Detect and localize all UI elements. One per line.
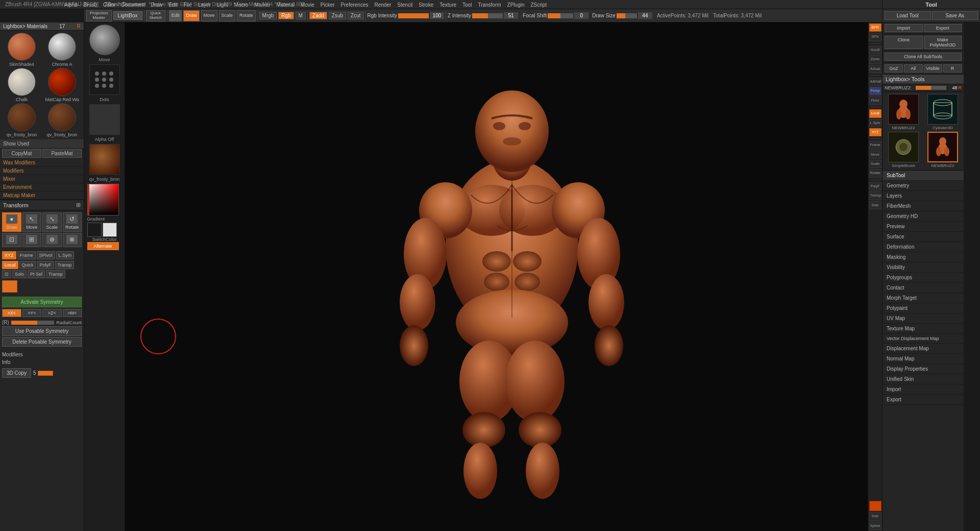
displacement-map-item[interactable]: Displacement Map xyxy=(883,344,964,354)
edit-button[interactable]: Edit xyxy=(169,10,182,21)
xyz-btn[interactable]: XYZ xyxy=(2,251,16,259)
masking-item[interactable]: Masking xyxy=(883,252,964,262)
menu-zscript[interactable]: ZScript xyxy=(528,2,550,8)
display-properties-item[interactable]: Display Properties xyxy=(883,364,964,374)
newbrush-thumb-1[interactable]: NEWBRUZ2 xyxy=(885,94,922,130)
persp-button[interactable]: Persp xyxy=(869,87,881,95)
mat-item-brown2[interactable]: qv_frosty_bron xyxy=(42,103,82,137)
lightbox-r-btn[interactable]: R xyxy=(77,23,81,29)
scale-button[interactable]: Scale xyxy=(219,10,236,21)
menu-render[interactable]: Render xyxy=(372,2,395,8)
export-button[interactable]: Export xyxy=(924,24,962,32)
solo-vp-button[interactable]: Solo xyxy=(869,201,881,209)
r-button[interactable]: R xyxy=(943,64,962,73)
load-tool-button[interactable]: Load Tool xyxy=(885,11,931,20)
main-viewport[interactable] xyxy=(125,22,898,531)
simplebrush-thumb[interactable]: SimpleBrush xyxy=(885,132,922,168)
menu-brush[interactable]: Brush xyxy=(81,2,100,8)
subtool-item[interactable]: SubTool xyxy=(883,171,964,181)
newbrush-r[interactable]: R xyxy=(959,85,962,90)
copy-button[interactable]: 3D Copy xyxy=(2,368,31,378)
vector-displacement-item[interactable]: Vector Displacement Map xyxy=(883,334,964,344)
frame-btn[interactable]: ⊞ xyxy=(22,233,42,247)
scale-vp-button[interactable]: Scale xyxy=(869,160,881,168)
all-button[interactable]: All xyxy=(904,64,922,73)
deformation-item[interactable]: Deformation xyxy=(883,242,964,252)
info-btn[interactable]: Info xyxy=(2,358,82,366)
m-button[interactable]: M xyxy=(296,12,306,19)
morph-target-item[interactable]: Morph Target xyxy=(883,293,964,303)
rotate-vp-button[interactable]: Rotate xyxy=(869,169,881,177)
contact-item[interactable]: Contact xyxy=(883,283,964,293)
draw-button[interactable]: Draw xyxy=(183,10,199,21)
projection-master-button[interactable]: Projection Master xyxy=(86,10,112,21)
draw-tool-btn[interactable]: ● Draw xyxy=(2,212,21,232)
mat-item-red[interactable]: MatCap Red Wa xyxy=(42,68,82,102)
mat-item-skin[interactable]: SkinShade4 xyxy=(2,33,41,67)
polypaint-item[interactable]: Polypaint xyxy=(883,303,964,313)
goz-button[interactable]: GoZ xyxy=(885,64,903,73)
cylinder3d-thumb[interactable]: Cylinder3D xyxy=(924,94,962,130)
menu-draw[interactable]: Draw xyxy=(148,2,165,8)
mat-item-chrome[interactable]: Chrome A xyxy=(42,33,82,67)
scroll-button[interactable]: Scroll xyxy=(869,46,881,54)
newbrush-slider[interactable] xyxy=(916,86,946,90)
preview-item[interactable]: Preview xyxy=(883,222,964,232)
brush-texture-preview[interactable] xyxy=(89,144,120,175)
wax-modifiers-section[interactable]: Wax Modifiers xyxy=(0,159,84,167)
layers-item[interactable]: Layers xyxy=(883,191,964,201)
mat-item-brown1[interactable]: qv_frosty_bron xyxy=(2,103,41,137)
menu-tool[interactable]: Tool xyxy=(459,2,475,8)
transform-expand-icon[interactable]: ⊞ xyxy=(76,202,81,208)
m-axis-btn[interactable]: >M< xyxy=(63,309,82,317)
rotate-tool-btn[interactable]: ↺ Rotate xyxy=(63,212,82,232)
z-intensity-slider[interactable] xyxy=(472,13,503,18)
brush-move-preview[interactable] xyxy=(89,25,120,55)
frame-small-btn[interactable]: Frame xyxy=(17,251,36,259)
alternate-button[interactable]: Alternate xyxy=(87,242,119,250)
spivot-btn[interactable]: SPivot xyxy=(37,251,55,259)
menu-file[interactable]: File xyxy=(181,2,195,8)
menu-alpha[interactable]: Alpha xyxy=(61,2,81,8)
zadd-button[interactable]: Zadd xyxy=(309,12,327,19)
solo-bottom-button[interactable]: Solo xyxy=(869,512,881,520)
menu-stencil[interactable]: Stencil xyxy=(394,2,415,8)
use-posable-button[interactable]: Use Posable Symmetry xyxy=(2,326,82,336)
import-button[interactable]: Import xyxy=(885,24,923,32)
menu-picker[interactable]: Picker xyxy=(317,2,338,8)
menu-document[interactable]: Document xyxy=(118,2,148,8)
make-poly-button[interactable]: Make PolyMesh3D xyxy=(924,36,962,49)
texture-map-item[interactable]: Texture Map xyxy=(883,324,964,334)
local-btn[interactable]: Local xyxy=(2,261,18,269)
polygroups-item[interactable]: Polygroups xyxy=(883,273,964,283)
menu-zplugin[interactable]: ZPlugin xyxy=(504,2,528,8)
xpose-btn[interactable]: ⊗ xyxy=(63,233,82,247)
draw-size-slider[interactable] xyxy=(617,13,637,18)
zcut-button[interactable]: Zcut xyxy=(348,12,363,19)
lsym-vp-button[interactable]: L.Sym xyxy=(869,119,881,127)
menu-material[interactable]: Material xyxy=(274,2,298,8)
surface-item[interactable]: Surface xyxy=(883,232,964,242)
pt-sel-btn[interactable]: Pt Sel xyxy=(28,270,45,278)
matcap-maker-section[interactable]: Matcap Maker xyxy=(0,191,84,200)
brush-dots-preview[interactable] xyxy=(89,64,120,95)
polyf-btn[interactable]: PolyF xyxy=(37,261,54,269)
mixer-section[interactable]: Mixer xyxy=(0,175,84,183)
xyz-vp-button[interactable]: XYZ xyxy=(869,128,881,136)
rgb-button[interactable]: Rgb xyxy=(278,12,293,19)
unified-skin-item[interactable]: Unified Skin xyxy=(883,374,964,384)
local-vp-button[interactable]: Local xyxy=(869,109,881,117)
activate-symmetry-button[interactable]: Activate Symmetry xyxy=(2,297,82,307)
x-axis-btn[interactable]: >X< xyxy=(2,309,21,317)
move-tool-btn[interactable]: ↖ Move xyxy=(22,212,42,232)
aahalf-button[interactable]: AAHalf xyxy=(869,78,881,86)
floor-button[interactable]: Floor xyxy=(869,96,881,105)
modifiers-section[interactable]: Modifiers xyxy=(0,167,84,175)
paste-mat-button[interactable]: PasteMat xyxy=(42,149,82,158)
normal-map-item[interactable]: Normal Map xyxy=(883,354,964,364)
menu-edit[interactable]: Edit xyxy=(166,2,181,8)
environment-section[interactable]: Environment xyxy=(0,183,84,191)
show-used-button[interactable]: Show Used xyxy=(0,139,84,148)
lightbox-button[interactable]: LightBox xyxy=(113,11,142,20)
y-axis-btn[interactable]: >Y< xyxy=(22,309,42,317)
